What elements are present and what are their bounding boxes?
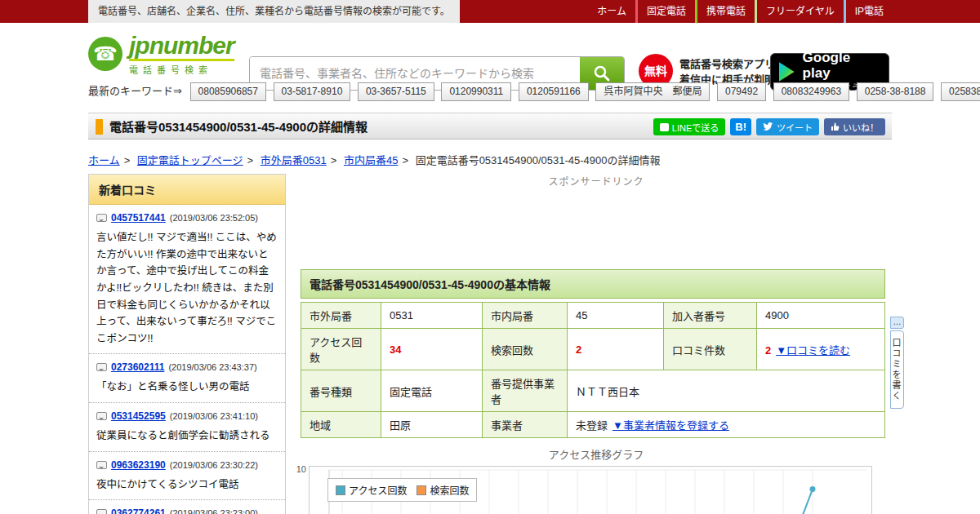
chart-legend: アクセス回数 検索回数 (327, 478, 477, 502)
review-count-label: 口コミ件数 (664, 329, 757, 370)
review-item: 0963623190 (2019/03/06 23:30:22) 夜中にかけてく… (89, 452, 285, 501)
social-buttons: LINEで送る B! ツイート いいね！ (653, 118, 885, 135)
review-phone-link[interactable]: 0457517441 (111, 212, 166, 224)
keywords-label: 最新のキーワード⇒ (88, 85, 182, 97)
logo[interactable]: ☎ jpnumber 電話番号検索 (88, 33, 234, 76)
table-row: 市外局番 0531 市内局番 45 加入者番号 4900 (301, 303, 885, 329)
facebook-like-button[interactable]: いいね！ (824, 118, 885, 135)
review-date: (2019/03/06 23:43:37) (168, 362, 256, 372)
review-date: (2019/03/06 23:41:10) (170, 411, 258, 421)
comment-bubble-icon (96, 214, 107, 222)
breadcrumb-home[interactable]: ホーム (88, 154, 120, 166)
keyword-chip[interactable]: 0258-38-8188 (857, 82, 934, 100)
legend-item-search: 検索回数 (416, 483, 469, 497)
keyword-chip[interactable]: 03-3657-5115 (358, 82, 434, 100)
main-content: スポンサードリンク 電話番号0531454900/0531-45-4900の基本… (301, 174, 892, 514)
topnav-home[interactable]: ホーム (588, 0, 635, 23)
area-code-label: 市外局番 (301, 303, 381, 329)
breadcrumb-current: 固定電話番号0531454900/0531-45-4900の詳細情報 (416, 154, 661, 166)
review-date: (2019/03/06 23:30:22) (170, 460, 258, 470)
review-text: 従業員になると創価学会に勧誘される (96, 428, 278, 445)
access-trend-chart: 10 5 0 アクセス回数 検索回数 (309, 466, 872, 514)
business-value: 未登録▼事業者情報を登録する (568, 412, 885, 438)
hatena-bookmark-button[interactable]: B! (730, 118, 751, 135)
keyword-chip[interactable]: 079492 (717, 82, 766, 100)
subscriber-value: 4900 (757, 303, 885, 329)
comment-bubble-icon (96, 363, 107, 371)
review-phone-link[interactable]: 0273602111 (111, 361, 164, 373)
header: ☎ jpnumber 電話番号検索 無料 電話番号検索アプリ 着信中に相手が判明 (0, 23, 980, 78)
comment-bubble-icon (96, 461, 107, 469)
local-code-label: 市内局番 (483, 303, 568, 329)
register-business-link[interactable]: ▼事業者情報を登録する (612, 419, 729, 432)
keyword-chip[interactable]: 0258388188 (941, 82, 980, 100)
review-item: 0531452595 (2019/03/06 23:41:10) 従業員になると… (89, 403, 285, 452)
legend-item-access: アクセス回数 (336, 483, 407, 497)
breadcrumb: ホーム> 固定電話トップページ> 市外局番0531> 市内局番45> 固定電話番… (88, 152, 892, 167)
basic-info-table: 市外局番 0531 市内局番 45 加入者番号 4900 アクセス回数 34 検… (301, 302, 885, 438)
breadcrumb-separator: > (331, 154, 337, 166)
access-count-label: アクセス回数 (301, 329, 381, 370)
keyword-chip[interactable]: 呉市阿賀中央 郵便局 (595, 82, 710, 100)
review-text: 言い値だし!! マジで適当!! ここは、やめた方がいい!! 作業の途中で出来ない… (96, 229, 278, 347)
chart-title: アクセス推移グラフ (301, 446, 892, 462)
logo-brand: jpnumber (129, 33, 234, 61)
review-text: 「なお」と名乗る怪しい男の電話 (96, 379, 278, 396)
table-row: 地域 田原 事業者 未登録▼事業者情報を登録する (301, 412, 885, 438)
tweet-button[interactable]: ツイート (756, 118, 819, 135)
keyword-chip[interactable]: 03-5817-8910 (274, 82, 351, 100)
phone-logo-icon: ☎ (88, 37, 122, 71)
line-share-button[interactable]: LINEで送る (653, 118, 725, 135)
access-count-value: 34 (381, 329, 483, 370)
topnav-mobile[interactable]: 携帯電話 (695, 0, 755, 23)
table-row: 番号種類 固定電話 番号提供事業者 ＮＴＴ西日本 (301, 370, 885, 412)
subscriber-label: 加入者番号 (664, 303, 757, 329)
review-item: 0457517441 (2019/03/06 23:52:05) 言い値だし!!… (89, 205, 285, 354)
y-tick-10: 10 (292, 464, 306, 474)
search-count-value: 2 (568, 329, 664, 370)
keyword-chip[interactable]: 08085906857 (190, 82, 266, 100)
legend-swatch-search (416, 485, 426, 495)
keyword-chip[interactable]: 08083249963 (773, 82, 849, 100)
breadcrumb-area-code[interactable]: 市外局番0531 (261, 154, 327, 166)
ad-placeholder (301, 188, 892, 269)
review-phone-link[interactable]: 0362774261 (111, 507, 166, 514)
site-tagline: 電話番号、店舗名、企業名、住所、業種名から電話番号情報の検索が可能です。 (88, 0, 460, 23)
collapsed-side-tab[interactable]: … (890, 317, 904, 329)
page-title-bar: 電話番号0531454900/0531-45-4900の詳細情報 LINEで送る… (88, 113, 892, 140)
breadcrumb-landline-top[interactable]: 固定電話トップページ (137, 154, 243, 166)
breadcrumb-separator: > (247, 154, 254, 166)
comment-bubble-icon (96, 509, 107, 514)
title-accent-bar (96, 119, 103, 135)
review-count-value: 2▼口コミを読む (757, 329, 885, 370)
review-date: (2019/03/06 23:23:00) (170, 508, 258, 514)
keyword-chip[interactable]: 0120990311 (441, 82, 511, 100)
comment-bubble-icon (96, 412, 107, 420)
keyword-chip[interactable]: 0120591166 (519, 82, 589, 100)
review-item: 0362774261 (2019/03/06 23:23:00) 加盟店手数料が… (89, 500, 285, 514)
app-promo-line1: 電話番号検索アプリ (679, 57, 775, 73)
latest-keywords: 最新のキーワード⇒ 08085906857 03-5817-8910 03-36… (88, 81, 980, 105)
gplay-line1: Google play (803, 51, 880, 81)
write-review-tab[interactable]: 口コミを書く (890, 330, 904, 409)
review-phone-link[interactable]: 0531452595 (111, 410, 166, 422)
twitter-bird-icon (763, 122, 773, 131)
topbar: 電話番号、店舗名、企業名、住所、業種名から電話番号情報の検索が可能です。 ホーム… (0, 0, 980, 23)
basic-info-header: 電話番号0531454900/0531-45-4900の基本情報 (301, 269, 885, 299)
thumbs-up-icon (831, 122, 840, 131)
topnav-ip-phone[interactable]: IP電話 (844, 0, 893, 23)
topnav-landline[interactable]: 固定電話 (635, 0, 695, 23)
recent-reviews-sidebar: 新着口コミ 0457517441 (2019/03/06 23:52:05) 言… (88, 174, 286, 514)
breadcrumb-local-code[interactable]: 市内局番45 (344, 154, 398, 166)
review-item: 0273602111 (2019/03/06 23:43:37) 「なお」と名乗… (89, 354, 285, 403)
number-type-value: 固定電話 (381, 370, 483, 412)
topnav-tollfree[interactable]: フリーダイヤル (755, 0, 844, 23)
review-text: 夜中にかけてくるシツコイ電話 (96, 476, 278, 494)
review-phone-link[interactable]: 0963623190 (111, 459, 166, 471)
read-reviews-link[interactable]: ▼口コミを読む (776, 344, 850, 357)
region-value: 田原 (381, 412, 483, 438)
number-type-label: 番号種類 (301, 370, 381, 412)
hatena-icon: B! (735, 121, 746, 133)
breadcrumb-separator: > (402, 154, 408, 166)
line-icon (660, 123, 669, 131)
